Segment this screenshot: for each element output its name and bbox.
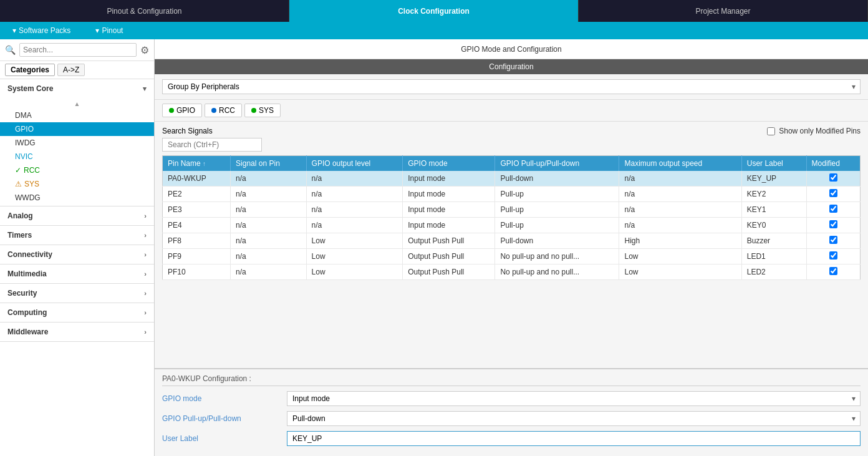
cell-output-level: n/a bbox=[306, 171, 403, 187]
cell-pin-name: PF8 bbox=[163, 233, 231, 249]
chevron-right-icon7: › bbox=[144, 328, 147, 336]
cell-output-level: Low bbox=[306, 233, 403, 249]
cell-modified[interactable] bbox=[806, 218, 860, 233]
peripheral-tab-sys[interactable]: SYS bbox=[244, 104, 281, 117]
table-area: Search Signals Show only Modified Pins P… bbox=[155, 122, 868, 368]
search-signals-input[interactable] bbox=[162, 138, 262, 152]
table-row[interactable]: PE4 n/a n/a Input mode Pull-up n/a KEY0 bbox=[163, 218, 861, 233]
table-row[interactable]: PA0-WKUP n/a n/a Input mode Pull-down n/… bbox=[163, 171, 861, 187]
chevron-down-icon: ▾ bbox=[143, 85, 147, 93]
sidebar-item-iwdg[interactable]: IWDG bbox=[0, 136, 154, 150]
section-header-middleware[interactable]: Middleware › bbox=[0, 323, 154, 341]
col-max-speed[interactable]: Maximum output speed bbox=[619, 156, 741, 172]
tab-az[interactable]: A->Z bbox=[57, 64, 85, 76]
col-gpio-mode[interactable]: GPIO mode bbox=[403, 156, 495, 172]
section-header-system-core[interactable]: System Core ▾ bbox=[0, 79, 154, 98]
scroll-up-button[interactable]: ▲ bbox=[0, 99, 154, 109]
col-output-level[interactable]: GPIO output level bbox=[306, 156, 403, 172]
config-row-pullup: GPIO Pull-up/Pull-down Pull-down Pull-up… bbox=[162, 411, 861, 426]
sub-tab-software-packs[interactable]: ▾ Software Packs bbox=[0, 26, 83, 35]
cell-modified[interactable] bbox=[806, 202, 860, 218]
show-modified-row: Show only Modified Pins bbox=[767, 127, 861, 135]
tab-pinout-config[interactable]: Pinout & Configuration bbox=[0, 0, 289, 22]
cell-modified[interactable] bbox=[806, 233, 860, 249]
tab-project-manager[interactable]: Project Manager bbox=[579, 0, 868, 22]
config-row-gpio-mode: GPIO mode Input mode Output Push Pull Ou… bbox=[162, 391, 861, 406]
pullup-select[interactable]: Pull-down Pull-up No pull-up and no pull… bbox=[287, 411, 861, 426]
section-multimedia: Multimedia › bbox=[0, 264, 154, 284]
col-user-label[interactable]: User Label bbox=[741, 156, 806, 172]
search-signals-label: Search Signals bbox=[162, 127, 213, 135]
cell-pin-name: PF10 bbox=[163, 264, 231, 280]
cell-max-speed: n/a bbox=[619, 202, 741, 218]
config-label-pullup: GPIO Pull-up/Pull-down bbox=[162, 414, 287, 423]
search-icon: 🔍 bbox=[5, 45, 16, 55]
peripheral-tab-gpio[interactable]: GPIO bbox=[162, 104, 202, 117]
sidebar-search-input[interactable] bbox=[19, 43, 137, 57]
cell-gpio-mode: Output Push Pull bbox=[403, 249, 495, 264]
cell-pin-name: PE3 bbox=[163, 202, 231, 218]
section-header-computing[interactable]: Computing › bbox=[0, 303, 154, 322]
cell-output-level: n/a bbox=[306, 218, 403, 233]
sidebar-item-rcc[interactable]: ✓ RCC bbox=[0, 163, 154, 177]
cell-gpio-mode: Output Push Pull bbox=[403, 233, 495, 249]
section-header-security[interactable]: Security › bbox=[0, 284, 154, 303]
config-label-user-label: User Label bbox=[162, 434, 287, 443]
chevron-right-icon6: › bbox=[144, 309, 147, 316]
cell-modified[interactable] bbox=[806, 249, 860, 264]
cell-pullup: No pull-up and no pull... bbox=[495, 264, 619, 280]
section-header-multimedia[interactable]: Multimedia › bbox=[0, 264, 154, 283]
col-modified[interactable]: Modified bbox=[806, 156, 860, 172]
cell-signal: n/a bbox=[231, 233, 306, 249]
modified-checkbox[interactable] bbox=[829, 173, 837, 182]
table-row[interactable]: PE2 n/a n/a Input mode Pull-up n/a KEY2 bbox=[163, 187, 861, 202]
modified-checkbox[interactable] bbox=[829, 220, 837, 228]
table-row[interactable]: PF9 n/a Low Output Push Pull No pull-up … bbox=[163, 249, 861, 264]
chevron-right-icon4: › bbox=[144, 270, 147, 278]
modified-checkbox[interactable] bbox=[829, 267, 837, 275]
cell-modified[interactable] bbox=[806, 187, 860, 202]
col-pullup[interactable]: GPIO Pull-up/Pull-down bbox=[495, 156, 619, 172]
gear-icon[interactable]: ⚙ bbox=[140, 44, 149, 56]
cell-gpio-mode: Input mode bbox=[403, 202, 495, 218]
cell-gpio-mode: Input mode bbox=[403, 171, 495, 187]
cell-modified[interactable] bbox=[806, 171, 860, 187]
cell-pullup: No pull-up and no pull... bbox=[495, 249, 619, 264]
cell-modified[interactable] bbox=[806, 264, 860, 280]
tab-categories[interactable]: Categories bbox=[5, 64, 55, 76]
sort-icon: ↑ bbox=[203, 160, 206, 167]
section-header-analog[interactable]: Analog › bbox=[0, 206, 154, 225]
config-value-user-label bbox=[287, 431, 861, 446]
modified-checkbox[interactable] bbox=[829, 205, 837, 213]
col-pin-name[interactable]: Pin Name ↑ bbox=[163, 156, 231, 172]
cell-max-speed: High bbox=[619, 233, 741, 249]
group-by-select[interactable]: Group By Peripherals bbox=[162, 79, 861, 94]
section-header-connectivity[interactable]: Connectivity › bbox=[0, 245, 154, 264]
cell-output-level: n/a bbox=[306, 202, 403, 218]
modified-checkbox[interactable] bbox=[829, 189, 837, 197]
section-header-timers[interactable]: Timers › bbox=[0, 226, 154, 245]
col-signal[interactable]: Signal on Pin bbox=[231, 156, 306, 172]
tab-clock-config[interactable]: Clock Configuration bbox=[289, 0, 579, 22]
section-computing: Computing › bbox=[0, 303, 154, 323]
cell-max-speed: n/a bbox=[619, 218, 741, 233]
content-area: GPIO Mode and Configuration Configuratio… bbox=[155, 39, 868, 456]
gpio-mode-select[interactable]: Input mode Output Push Pull Output Open … bbox=[287, 391, 861, 406]
config-label-gpio-mode: GPIO mode bbox=[162, 394, 287, 403]
sidebar-item-gpio[interactable]: GPIO bbox=[0, 122, 154, 136]
table-row[interactable]: PF8 n/a Low Output Push Pull Pull-down H… bbox=[163, 233, 861, 249]
peripheral-tab-rcc[interactable]: RCC bbox=[205, 104, 242, 117]
cell-pin-name: PA0-WKUP bbox=[163, 171, 231, 187]
sidebar-item-wwdg[interactable]: WWDG bbox=[0, 191, 154, 205]
sidebar-item-nvic[interactable]: NVIC bbox=[0, 150, 154, 163]
show-modified-checkbox[interactable] bbox=[767, 127, 775, 135]
modified-checkbox[interactable] bbox=[829, 251, 837, 260]
sidebar-item-sys[interactable]: ⚠ SYS bbox=[0, 177, 154, 191]
table-row[interactable]: PE3 n/a n/a Input mode Pull-up n/a KEY1 bbox=[163, 202, 861, 218]
table-row[interactable]: PF10 n/a Low Output Push Pull No pull-up… bbox=[163, 264, 861, 280]
modified-checkbox[interactable] bbox=[829, 236, 837, 244]
sub-tab-pinout[interactable]: ▾ Pinout bbox=[83, 26, 135, 35]
sidebar-item-dma[interactable]: DMA bbox=[0, 109, 154, 122]
user-label-input[interactable] bbox=[287, 431, 861, 446]
section-middleware: Middleware › bbox=[0, 323, 154, 342]
